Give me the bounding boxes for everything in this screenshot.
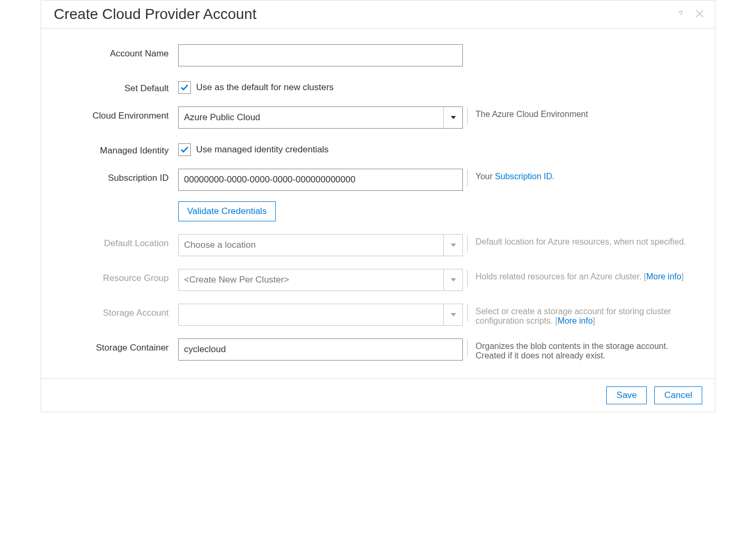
resource-group-value[interactable] [178, 269, 463, 291]
subscription-id-link[interactable]: Subscription ID [495, 172, 553, 181]
dialog-header: Create Cloud Provider Account [41, 1, 715, 28]
row-cloud-environment: Cloud Environment The Azure Cloud Enviro… [57, 106, 699, 129]
hint-storage-account: Select or create a storage account for s… [463, 304, 699, 326]
label-resource-group: Resource Group [57, 269, 178, 284]
row-set-default: Set Default Use as the default for new c… [57, 79, 699, 94]
hint-default-location: Default location for Azure resources, wh… [463, 234, 699, 247]
row-managed-identity: Managed Identity Use managed identity cr… [57, 141, 699, 156]
row-storage-account: Storage Account Select or create a stora… [57, 304, 699, 326]
hint-storage-container: Organizes the blob contents in the stora… [463, 338, 699, 361]
validate-credentials-button[interactable]: Validate Credentials [178, 201, 276, 221]
svg-point-0 [680, 16, 681, 16]
label-default-location: Default Location [57, 234, 178, 249]
hint-cloud-environment: The Azure Cloud Environment [463, 106, 699, 119]
resource-group-more-info-link[interactable]: More info [646, 272, 682, 281]
row-subscription-id: Subscription ID Your Subscription ID. [57, 169, 699, 191]
storage-container-input[interactable] [178, 338, 463, 361]
label-subscription-id: Subscription ID [57, 169, 178, 183]
storage-account-more-info-link[interactable]: More info [558, 316, 593, 325]
row-default-location: Default Location Default location for Az… [57, 234, 699, 256]
hint-subscription-id: Your Subscription ID. [463, 169, 699, 181]
cloud-environment-value[interactable] [178, 106, 463, 129]
row-validate: Validate Credentials [57, 201, 699, 221]
default-location-select[interactable] [178, 234, 463, 256]
set-default-checkbox[interactable] [178, 81, 191, 94]
label-cloud-environment: Cloud Environment [57, 106, 178, 121]
resource-group-select[interactable] [178, 269, 463, 291]
label-account-name: Account Name [57, 44, 178, 59]
dialog-body: Account Name Set Default Use as the defa… [41, 28, 715, 378]
cloud-environment-select[interactable] [178, 106, 463, 129]
row-account-name: Account Name [57, 44, 699, 66]
storage-account-select[interactable] [178, 304, 463, 326]
default-location-value[interactable] [178, 234, 463, 256]
subscription-id-input[interactable] [178, 169, 463, 191]
label-managed-identity: Managed Identity [57, 141, 178, 156]
dialog-title: Create Cloud Provider Account [54, 6, 256, 23]
row-resource-group: Resource Group Holds related resources f… [57, 269, 699, 291]
header-actions [675, 8, 705, 21]
dialog-footer: Save Cancel [41, 378, 715, 412]
label-set-default: Set Default [57, 79, 178, 94]
account-name-input[interactable] [178, 44, 463, 66]
managed-identity-checkbox-label: Use managed identity credentials [196, 144, 328, 155]
close-icon[interactable] [694, 8, 705, 21]
label-storage-account: Storage Account [57, 304, 178, 318]
label-storage-container: Storage Container [57, 338, 178, 353]
create-account-dialog: Create Cloud Provider Account Account Na… [41, 0, 715, 412]
set-default-checkbox-label: Use as the default for new clusters [196, 82, 334, 93]
save-button[interactable]: Save [606, 386, 647, 404]
managed-identity-checkbox[interactable] [178, 143, 191, 156]
hint-resource-group: Holds related resources for an Azure clu… [463, 269, 699, 281]
row-storage-container: Storage Container Organizes the blob con… [57, 338, 699, 361]
cancel-button[interactable]: Cancel [654, 386, 702, 404]
storage-account-value[interactable] [178, 304, 463, 326]
help-icon[interactable] [675, 8, 686, 21]
